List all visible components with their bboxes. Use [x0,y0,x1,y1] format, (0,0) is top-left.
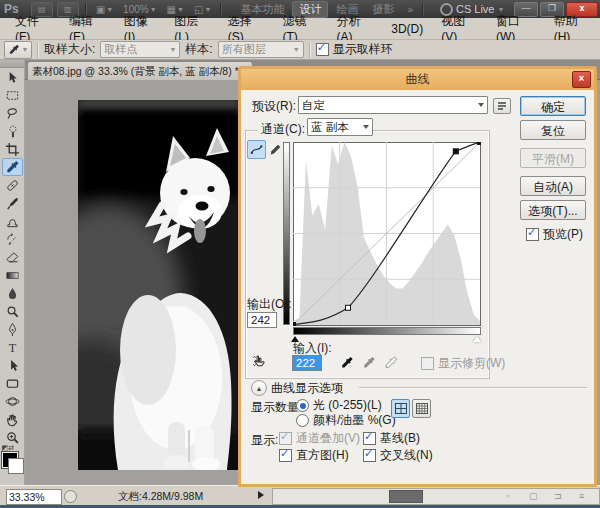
tool-eraser[interactable] [2,248,23,266]
channel-select[interactable]: 蓝 副本 [307,118,373,136]
tools-panel-grip[interactable] [0,60,24,68]
eyedropper-icon [8,44,20,56]
black-point-eyedropper-button[interactable] [337,353,356,372]
tool-crop[interactable] [2,140,23,158]
dog-photo-illustration [78,100,240,470]
tool-eyedropper[interactable] [2,158,23,176]
eyedropper-white-icon [384,356,398,370]
dialog-body: 预设(R): 自定 确定 复位 平滑(M) 自动(A) 选项(T)... 预览(… [241,90,594,484]
curve-point [478,142,482,145]
show-sampling-ring-checkbox[interactable]: 显示取样环 [316,41,393,58]
pen-icon [5,322,20,337]
preview-checkbox[interactable]: 预览(P) [526,226,583,243]
dialog-close-button[interactable]: × [572,71,591,88]
dialog-title: 曲线 [406,71,430,88]
default-colors-icon[interactable]: ◩⇄ [2,444,14,452]
options-button[interactable]: 选项(T)... [520,200,586,220]
histogram-checkbox[interactable]: 直方图(H) [279,447,349,464]
sample-select[interactable]: 所有图层▼ [218,41,304,58]
baseline-checkbox[interactable]: 基线(B) [363,430,420,447]
crop-icon [5,142,20,157]
checkbox-icon [316,43,329,56]
zoom-level-field[interactable]: 33.33% [6,489,62,505]
detailed-grid-button[interactable] [412,399,431,418]
tool-blur[interactable] [2,284,23,302]
output-value-field[interactable]: 242 [247,312,277,328]
photo-dog[interactable] [78,100,240,470]
history-brush-icon [5,232,20,247]
curve-plot[interactable] [293,142,481,326]
dodge-icon [5,304,20,319]
dialog-titlebar[interactable]: 曲线 × [241,69,594,90]
simple-grid-button[interactable] [391,399,410,418]
auto-button[interactable]: 自动(A) [520,176,586,196]
brush-icon [5,196,20,211]
simple-grid-icon [395,403,407,414]
panel-button[interactable]: ◦ [506,491,509,501]
scrollbar-thumb[interactable] [389,490,423,503]
gray-point-eyedropper-button[interactable] [359,353,378,372]
tool-pen[interactable] [2,320,23,338]
panel-button[interactable]: ⊐ [554,491,562,501]
color-swatches: ◩⇄ [2,448,23,474]
intersection-checkbox[interactable]: 交叉线(N) [363,447,433,464]
tool-dodge[interactable] [2,302,23,320]
tool-history-brush[interactable] [2,230,23,248]
panel-button[interactable]: ≡ [579,491,584,501]
tool-rectangular-marquee[interactable] [2,86,23,104]
amount-label: 显示数量: [251,399,302,416]
menu-item-7[interactable]: 3D(D) [382,20,432,38]
background-color-swatch[interactable] [8,458,24,474]
list-menu-icon [497,101,507,111]
tool-brush[interactable] [2,194,23,212]
white-point-eyedropper-button[interactable] [381,353,400,372]
panel-button[interactable]: ▢ [529,491,538,501]
options-bar: ▼ 取样大小: 取样点▼ 样本: 所有图层▼ 显示取样环 [0,40,600,60]
curves-dialog: 曲线 × 预设(R): 自定 确定 复位 平滑(M) 自动(A) 选项(T)..… [238,66,597,487]
preset-options-button[interactable] [493,98,511,114]
document-tab[interactable]: 素材08.jpg @ 33.3% (背景 副本, 蓝 副本/8) * × [27,61,253,81]
blur-icon [5,286,20,301]
tool-spot-healing-brush[interactable] [2,176,23,194]
status-flyout-arrow[interactable] [258,491,264,499]
tool-lasso[interactable] [2,104,23,122]
tool-rectangle-shape[interactable] [2,374,23,392]
status-bar: 33.33% 文档:4.28M/9.98M ◦ ▢ ⊐ ≡ [0,485,600,508]
tool-gradient[interactable] [2,266,23,284]
ok-button[interactable]: 确定 [520,96,586,116]
tool-hand[interactable] [2,410,23,428]
clone-stamp-icon [5,214,20,229]
tool-type[interactable]: T [2,338,23,356]
targeted-adjustment-tool-button[interactable] [249,352,268,371]
tool-3d-rotate[interactable] [2,392,23,410]
rectangle-shape-icon [5,376,20,391]
tool-path-selection[interactable] [2,356,23,374]
sample-label: 样本: [185,41,212,58]
workspace-overflow-chevron[interactable]: » [404,4,416,15]
white-point-slider[interactable] [473,336,481,342]
tool-move[interactable] [2,68,23,86]
edit-points-tool-button[interactable] [247,140,266,159]
photoshop-window: Ps ▤ ▥ ▣▼ 100%▼ ▦▼ ◱▼ 基本功能设计绘画摄影 » CS Li… [0,0,600,508]
document-title: 素材08.jpg @ 33.3% (背景 副本, 蓝 副本/8) * [32,65,239,79]
eyedropper-black-icon [340,356,354,370]
radio-pigment[interactable]: 颜料/油墨 %(G) [296,412,396,429]
reset-button[interactable]: 复位 [520,120,586,140]
show-clipping-checkbox: 显示修剪(W) [421,355,505,372]
eyedropper-tool-preset[interactable]: ▼ [4,41,32,59]
horizontal-scrollbar[interactable]: ◦ ▢ ⊐ ≡ [272,488,600,505]
preset-select[interactable]: 自定 [298,96,488,114]
input-value-field[interactable]: 222 [292,355,322,371]
sample-size-select[interactable]: 取样点▼ [100,41,180,58]
divider [422,3,424,15]
collapse-section-button[interactable]: ▲ [251,380,267,396]
eyedropper-gray-icon [362,356,376,370]
eraser-icon [5,250,20,265]
checkbox-icon [363,449,376,462]
menu-bar: 文件(F)编辑(E)图像(I)图层(L)选择(S)滤镜(T)分析(A)3D(D)… [0,18,600,40]
curve-point [293,323,296,327]
tool-quick-selection[interactable] [2,122,23,140]
tools-panel: T ◩⇄ [0,60,25,485]
tool-clone-stamp[interactable] [2,212,23,230]
tool-icons: T [0,68,24,446]
